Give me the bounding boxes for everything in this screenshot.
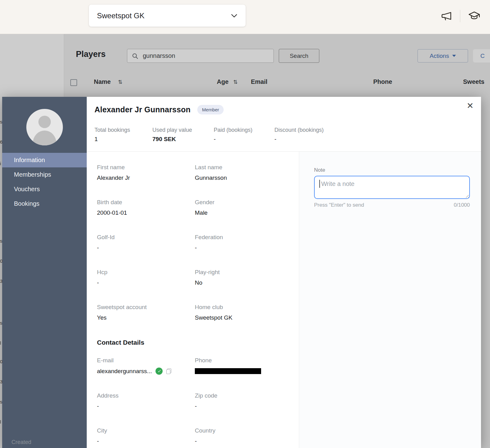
- club-selector[interactable]: Sweetspot GK: [89, 5, 246, 27]
- field-federation: Federation -: [195, 234, 293, 251]
- field-golf-id: Golf-Id -: [97, 234, 195, 251]
- field-city: City -: [97, 427, 195, 445]
- created-label: Created: [11, 439, 31, 446]
- field-value: Yes: [97, 314, 195, 321]
- modal-sidebar-menu: Information Memberships Vouchers Booking…: [2, 153, 87, 211]
- verified-check-icon: ✓: [155, 368, 163, 375]
- field-value: -: [195, 438, 293, 445]
- field-label: Home club: [195, 304, 293, 311]
- field-value: -: [195, 244, 293, 251]
- sidebar-item-bookings[interactable]: Bookings: [2, 196, 87, 211]
- stat-label: Total bookings: [94, 127, 152, 133]
- megaphone-icon[interactable]: [440, 10, 453, 22]
- field-label: Gender: [195, 199, 293, 206]
- modal-sidebar: Information Memberships Vouchers Booking…: [2, 97, 87, 448]
- field-zip-code: Zip code -: [195, 392, 293, 410]
- field-value: -: [97, 403, 195, 410]
- field-label: Golf-Id: [97, 234, 195, 241]
- field-gender: Gender Male: [195, 199, 293, 216]
- stat-used-play-value: Used play value 790 SEK: [152, 127, 214, 143]
- stat-discount-bookings: Discount (bookings) -: [274, 127, 324, 143]
- field-label: Zip code: [195, 392, 293, 399]
- modal-body: First name Alexander Jr Last name Gunnar…: [87, 152, 481, 448]
- contact-details-heading: Contact Details: [97, 339, 299, 346]
- field-label: E-mail: [97, 357, 195, 364]
- sidebar-item-vouchers[interactable]: Vouchers: [2, 182, 87, 196]
- sidebar-item-memberships[interactable]: Memberships: [2, 167, 87, 182]
- player-name-title: Alexander Jr Gunnarsson: [94, 105, 190, 114]
- field-value: Male: [195, 209, 293, 216]
- screen: Players gunnarsson Search Actions C Name…: [0, 0, 490, 448]
- stat-paid-bookings: Paid (bookings) -: [214, 127, 274, 143]
- field-country: Country -: [195, 427, 293, 445]
- sidebar-item-information[interactable]: Information: [2, 153, 87, 167]
- chevron-down-icon: [231, 14, 238, 18]
- field-phone: Phone: [195, 357, 293, 375]
- field-label: Hcp: [97, 269, 195, 276]
- field-address: Address -: [97, 392, 195, 410]
- top-bar: Sweetspot GK: [0, 0, 490, 34]
- field-value: No: [195, 279, 293, 286]
- field-label: Play-right: [195, 269, 293, 276]
- field-label: Sweetspot account: [97, 304, 195, 311]
- field-label: Federation: [195, 234, 293, 241]
- note-helper-text: Press "Enter" to send: [314, 202, 364, 208]
- email-value: alexandergunnarss...: [97, 368, 152, 375]
- field-value: Alexander Jr: [97, 174, 195, 181]
- field-label: City: [97, 427, 195, 434]
- field-hcp: Hcp -: [97, 269, 195, 286]
- icon-divider: [460, 10, 460, 22]
- field-value: -: [97, 244, 195, 251]
- player-details-modal: Information Memberships Vouchers Booking…: [2, 97, 481, 448]
- field-value: Sweetspot GK: [195, 314, 293, 321]
- field-value: -: [195, 403, 293, 410]
- copy-icon[interactable]: [166, 368, 171, 374]
- stat-label: Used play value: [152, 127, 214, 133]
- field-value: 2000-01-01: [97, 209, 195, 216]
- note-label: Note: [314, 167, 470, 173]
- field-value: Gunnarsson: [195, 174, 293, 181]
- modal-header: Alexander Jr Gunnarsson Member ✕ Total b…: [87, 97, 481, 152]
- note-panel: Note Press "Enter" to send 0/1000: [299, 152, 481, 448]
- stat-value: -: [214, 136, 274, 143]
- field-home-club: Home club Sweetspot GK: [195, 304, 293, 321]
- field-birth-date: Birth date 2000-01-01: [97, 199, 195, 216]
- field-email: E-mail alexandergunnarss... ✓: [97, 357, 195, 375]
- stat-label: Paid (bookings): [214, 127, 274, 133]
- field-value: -: [97, 438, 195, 445]
- avatar: [26, 109, 63, 145]
- phone-redacted-bar: [195, 368, 261, 374]
- field-label: First name: [97, 164, 195, 171]
- note-char-counter: 0/1000: [454, 202, 470, 208]
- modal-main: Alexander Jr Gunnarsson Member ✕ Total b…: [87, 97, 481, 448]
- player-info-form: First name Alexander Jr Last name Gunnar…: [87, 152, 299, 448]
- field-sweetspot-account: Sweetspot account Yes: [97, 304, 195, 321]
- field-label: Birth date: [97, 199, 195, 206]
- member-badge: Member: [197, 105, 224, 114]
- club-selector-value: Sweetspot GK: [97, 11, 144, 20]
- field-label: Country: [195, 427, 293, 434]
- field-last-name: Last name Gunnarsson: [195, 164, 293, 181]
- close-icon[interactable]: ✕: [466, 102, 474, 110]
- text-caret: [319, 180, 320, 188]
- field-label: Last name: [195, 164, 293, 171]
- field-play-right: Play-right No: [195, 269, 293, 286]
- stat-label: Discount (bookings): [274, 127, 324, 133]
- field-value: -: [97, 279, 195, 286]
- note-input[interactable]: [314, 176, 470, 199]
- player-stats: Total bookings 1 Used play value 790 SEK…: [94, 127, 473, 143]
- stat-total-bookings: Total bookings 1: [94, 127, 152, 143]
- field-first-name: First name Alexander Jr: [97, 164, 195, 181]
- field-label: Phone: [195, 357, 293, 364]
- stat-value: 1: [94, 136, 152, 143]
- stat-value: -: [274, 136, 324, 143]
- field-label: Address: [97, 392, 195, 399]
- graduation-cap-icon[interactable]: [467, 10, 481, 22]
- stat-value: 790 SEK: [152, 136, 214, 143]
